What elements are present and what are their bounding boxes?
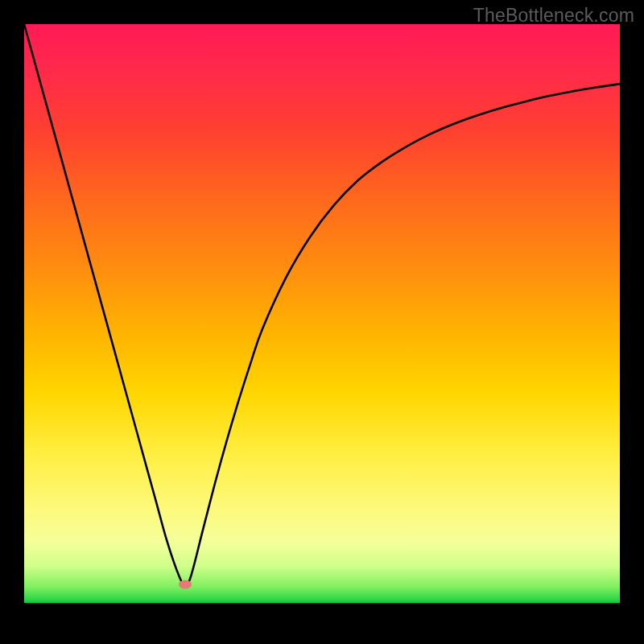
optimum-marker — [179, 580, 192, 589]
bottleneck-curve — [24, 24, 620, 620]
watermark-text: TheBottleneck.com — [473, 5, 634, 27]
